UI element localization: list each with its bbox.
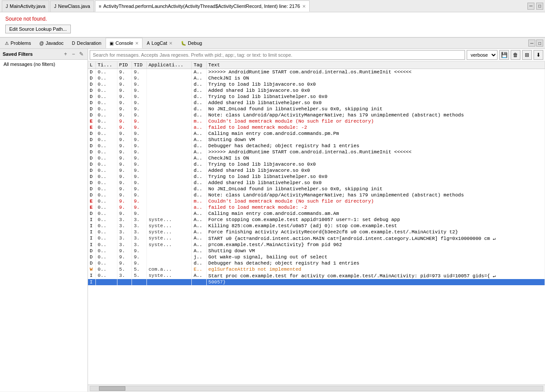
table-row[interactable]: D 0.. 9. 9. d.. Trying to load lib libna… <box>88 94 545 100</box>
table-row[interactable]: D 0.. 9. 9. A.. >>>>>> AndroidRuntime ST… <box>88 69 545 76</box>
cell-level: D <box>88 75 96 81</box>
table-row[interactable]: I 0.. 3. 5. syste... A.. Start proc com.… <box>88 272 545 279</box>
table-row[interactable]: D 0.. 9. 9. A.. >>>>>> AndroidRuntime ST… <box>88 149 545 155</box>
cell-time: 0.. <box>96 161 117 167</box>
table-row[interactable]: D 0.. 9. 9. A.. Calling main entry com.a… <box>88 131 545 137</box>
table-row[interactable]: D 0.. 9. 9. d.. No JNI_OnLoad found in l… <box>88 186 545 192</box>
tab-declaration-label: Declaration <box>77 40 102 46</box>
tab-logcat[interactable]: A LogCat ✕ <box>143 38 176 48</box>
table-row[interactable]: E 0.. 9. 9. m.. Couldn't load memtrack m… <box>88 118 545 124</box>
table-row[interactable]: D 0.. 9. 9. A.. Shutting down VM <box>88 248 545 254</box>
cell-level: D <box>88 248 96 254</box>
cell-pid: 5. <box>117 266 132 272</box>
table-row[interactable]: I 0.. 3. 3. syste... A.. Force stopping … <box>88 217 545 223</box>
table-row[interactable]: D 0.. 9. 9. A.. Calling main entry com.a… <box>88 211 545 217</box>
cell-text: 50057} <box>206 279 545 285</box>
verbose-select[interactable]: verbose debug info warn error assert <box>467 50 497 60</box>
cell-time: 0.. <box>96 248 117 254</box>
horizontal-scrollbar[interactable] <box>88 385 545 392</box>
table-row[interactable]: D 0.. 9. 9. A.. Shutting down VM <box>88 137 545 143</box>
table-row[interactable]: D 0.. 9. 9. d.. Note: class Landroid/app… <box>88 112 545 118</box>
remove-filter-button[interactable]: − <box>70 51 77 58</box>
logcat-close-icon[interactable]: ✕ <box>169 41 172 46</box>
col-time: Ti... <box>96 62 117 69</box>
tab-problems[interactable]: ⚠ Problems <box>1 38 35 48</box>
tab-new-class[interactable]: J NewClass.java <box>50 0 94 12</box>
log-table-body: D 0.. 9. 9. A.. >>>>>> AndroidRuntime ST… <box>88 69 545 286</box>
table-row[interactable]: I 0.. 3. 3. syste... A.. START u0 {act=a… <box>88 235 545 242</box>
table-row[interactable]: D 0.. 9. 9. d.. Added shared lib libnati… <box>88 100 545 106</box>
scroll-to-end-button[interactable]: ⬇ <box>534 50 543 60</box>
table-row[interactable]: I 0.. 3. 3. syste... A.. Killing 825:com… <box>88 223 545 229</box>
cell-pid: 9. <box>117 186 132 192</box>
tab-close-icon[interactable]: ✕ <box>302 4 306 9</box>
toggle-view-button[interactable]: ⊞ <box>522 50 532 60</box>
cell-level: D <box>88 192 96 198</box>
edit-source-lookup-button[interactable]: Edit Source Lookup Path... <box>5 25 71 33</box>
cell-tag: A.. <box>192 75 206 81</box>
table-row[interactable]: E 0.. 9. 9. a.. failed to load memtrack … <box>88 204 545 211</box>
table-row[interactable]: D 0.. 9. 9. A.. CheckJNI is ON <box>88 75 545 81</box>
table-row[interactable]: D 0.. 9. 9. d.. Added shared lib libnati… <box>88 180 545 186</box>
col-tag: Tag <box>192 62 206 69</box>
table-row[interactable]: I 0.. 3. 3. syste... A.. p=com.example.t… <box>88 242 545 248</box>
cell-text: failed to load memtrack module: -2 <box>206 124 545 131</box>
clear-log-button[interactable]: 🗑 <box>511 50 520 60</box>
tab-declaration[interactable]: D Declaration <box>68 38 106 48</box>
cell-text: Calling main entry com.android.commands.… <box>206 131 545 137</box>
table-row[interactable]: E 0.. 9. 9. a.. failed to load memtrack … <box>88 124 545 131</box>
table-row[interactable]: D 0.. 9. 9. A.. CheckJNI is ON <box>88 155 545 161</box>
tab-main-activity[interactable]: J MainActivity.java <box>2 0 49 12</box>
table-row[interactable]: D 0.. 9. 9. d.. Added shared lib libjava… <box>88 87 545 94</box>
cell-pid: 3. <box>117 235 132 242</box>
cell-pid: 9. <box>117 260 132 266</box>
table-row[interactable]: D 0.. 9. 9. d.. Note: class Landroid/app… <box>88 192 545 198</box>
table-row[interactable]: D 0.. 9. 9. d.. Debugger has detached; o… <box>88 143 545 149</box>
maximize-button[interactable]: □ <box>536 3 543 10</box>
cell-tid: 9. <box>132 192 146 198</box>
minimize-button[interactable]: ─ <box>527 3 534 10</box>
sidebar-item-all-messages[interactable]: All messages (no filters) <box>0 60 88 69</box>
table-row[interactable]: E 0.. 9. 9. m.. Couldn't load memtrack m… <box>88 198 545 204</box>
scrollbar-track[interactable] <box>90 386 543 391</box>
cell-time: 0.. <box>96 118 117 124</box>
table-row[interactable]: D 0.. 9. 9. d.. Trying to load lib libja… <box>88 161 545 167</box>
cell-time: 0.. <box>96 143 117 149</box>
cell-time: 0.. <box>96 242 117 248</box>
cell-text: No JNI_OnLoad found in libnativehelper.s… <box>206 186 545 192</box>
tab-activity-thread[interactable]: ≡ ActivityThread.performLaunchActivity(A… <box>95 0 310 12</box>
cell-tag: A.. <box>192 235 206 242</box>
cell-time: 0.. <box>96 131 117 137</box>
table-row[interactable]: D 0.. 9. 9. d.. No JNI_OnLoad found in l… <box>88 106 545 112</box>
cell-text: Start proc com.example.test for activity… <box>206 272 545 279</box>
table-row[interactable]: D 0.. 9. 9. d.. Added shared lib libjava… <box>88 167 545 174</box>
scrollbar-thumb[interactable] <box>99 386 125 391</box>
table-row[interactable]: D 0.. 9. 9. d.. Debugger has detached; o… <box>88 260 545 266</box>
tab-debug[interactable]: 🐛 Debug <box>177 38 206 48</box>
edit-filter-button[interactable]: ✎ <box>78 51 85 58</box>
save-log-button[interactable]: 💾 <box>499 50 509 60</box>
panel-minimize-button[interactable]: ─ <box>528 40 535 47</box>
col-pid: PID <box>117 62 132 69</box>
cell-tag: A.. <box>192 137 206 143</box>
table-row[interactable]: W 0.. 5. 5. com.a... E.. eglSurfaceAttri… <box>88 266 545 272</box>
cell-level: I <box>88 242 96 248</box>
table-row[interactable]: I 0.. 3. 3. syste... A.. Force finishing… <box>88 229 545 235</box>
panel-maximize-button[interactable]: □ <box>536 40 543 47</box>
console-close-icon[interactable]: ✕ <box>135 41 139 46</box>
cell-pid: 9. <box>117 112 132 118</box>
table-row[interactable]: D 0.. 9. 9. d.. Trying to load lib libja… <box>88 81 545 87</box>
table-row[interactable]: I 50057} <box>88 279 545 285</box>
table-row[interactable]: D 0.. 9. 9. j.. Got wake-up signal, bail… <box>88 254 545 260</box>
tab-javadoc[interactable]: @ Javadoc <box>35 38 67 48</box>
cell-pid: 9. <box>117 69 132 76</box>
log-table-container[interactable]: L Ti... PID TID Applicati... Tag Text D … <box>88 62 545 385</box>
tab-console-label: Console <box>115 40 133 46</box>
table-row[interactable]: D 0.. 9. 9. d.. Trying to load lib libna… <box>88 174 545 180</box>
search-input[interactable] <box>90 50 465 60</box>
debug-icon: 🐛 <box>181 41 186 46</box>
tab-console[interactable]: ▣ Console ✕ <box>106 38 142 48</box>
add-filter-button[interactable]: + <box>62 51 69 58</box>
cell-tag: d.. <box>192 167 206 174</box>
java-file-icon-2: J <box>54 4 56 9</box>
